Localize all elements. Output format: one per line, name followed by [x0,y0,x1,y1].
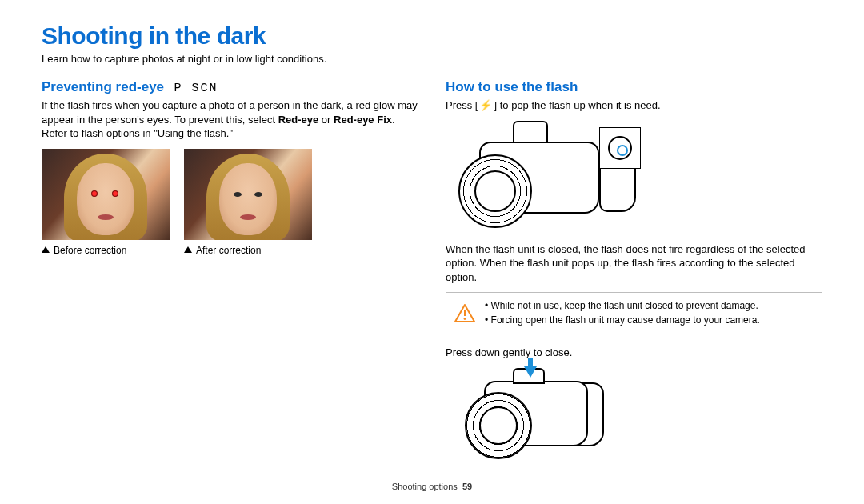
page-subtitle: Learn how to capture photos at night or … [42,53,822,65]
footer-page-number: 59 [462,482,472,491]
right-column: How to use the flash Press [⚡] to pop th… [446,79,822,472]
caption-after-label: After correction [196,245,261,256]
flash-behavior-text: When the flash unit is closed, the flash… [446,242,822,285]
triangle-icon [184,246,192,253]
svg-point-1 [464,318,466,320]
warning-item: While not in use, keep the flash unit cl… [485,299,812,313]
text-fragment: ] to pop the flash up when it is need. [494,99,660,111]
left-column: Preventing red-eye P SCN If the flash fi… [42,79,418,472]
arrow-down-icon [524,366,537,378]
sample-photo-after [184,149,312,240]
sample-photo-before [42,149,170,240]
warning-item: Forcing open the flash unit may cause da… [485,314,812,327]
section-heading-flash: How to use the flash [446,79,578,95]
caption-before-label: Before correction [54,245,126,256]
flash-press-instruction: Press [⚡] to pop the flash up when it is… [446,98,822,113]
bold-red-eye: Red-eye [278,114,319,126]
text-fragment: Press [ [446,99,478,111]
flash-release-button-icon [608,136,632,160]
warning-icon [454,304,475,323]
page-footer: Shooting options 59 [0,482,864,491]
red-eye-description: If the flash fires when you capture a ph… [42,98,418,141]
flash-icon: ⚡ [478,98,494,113]
close-flash-instruction: Press down gently to close. [446,346,822,360]
caption-after: After correction [184,245,312,256]
camera-illustration-open [455,118,639,238]
caption-before: Before correction [42,245,170,256]
text-fragment: or [318,114,334,126]
section-heading-red-eye: Preventing red-eye [42,79,164,95]
camera-illustration-close [463,360,607,472]
shooting-modes-label: P SCN [174,82,218,95]
bold-red-eye-fix: Red-eye Fix [334,114,392,126]
warning-box: While not in use, keep the flash unit cl… [446,292,822,334]
triangle-icon [42,246,50,253]
flash-button-callout [599,127,641,169]
footer-section-name: Shooting options [392,482,458,491]
page-title: Shooting in the dark [42,22,822,50]
